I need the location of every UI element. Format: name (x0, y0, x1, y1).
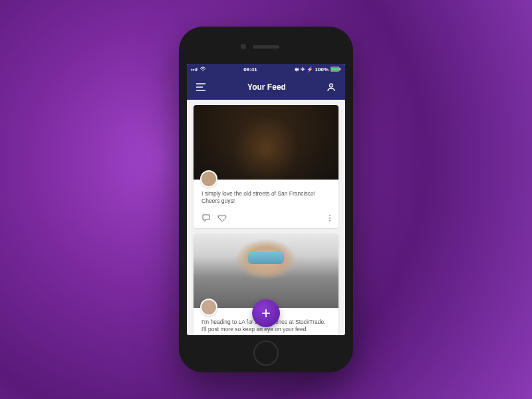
svg-rect-3 (340, 68, 341, 70)
post-image[interactable] (194, 105, 338, 180)
comment-icon[interactable] (201, 213, 211, 223)
compose-fab[interactable]: + (252, 299, 280, 327)
heart-icon[interactable] (217, 213, 227, 223)
phone-frame: ••ıl 09:41 ⊕ ✈ ⚡ 100% Your Feed (179, 27, 353, 372)
signal-indicator: ••ıl (191, 66, 198, 72)
profile-icon[interactable] (327, 82, 336, 92)
home-button[interactable] (253, 340, 279, 366)
svg-rect-2 (331, 68, 338, 70)
post-image[interactable] (194, 233, 338, 308)
app-screen: ••ıl 09:41 ⊕ ✈ ⚡ 100% Your Feed (187, 64, 345, 335)
svg-point-0 (202, 70, 203, 72)
plus-icon: + (261, 304, 271, 323)
phone-speaker (253, 45, 279, 49)
more-icon[interactable] (329, 215, 331, 221)
avatar[interactable] (200, 170, 217, 188)
battery-icon (331, 66, 341, 72)
avatar[interactable] (200, 299, 217, 316)
status-time: 09:41 (243, 66, 257, 72)
wifi-icon (200, 66, 206, 72)
phone-camera (241, 44, 246, 49)
status-bar: ••ıl 09:41 ⊕ ✈ ⚡ 100% (187, 64, 345, 74)
post-card[interactable]: I simply love the old streets of San Fra… (194, 105, 338, 228)
menu-icon[interactable] (196, 83, 207, 91)
page-title: Your Feed (247, 82, 286, 92)
nav-bar: Your Feed (187, 74, 345, 100)
post-text: I simply love the old streets of San Fra… (201, 190, 331, 205)
svg-point-4 (329, 84, 332, 87)
status-indicators: ⊕ ✈ ⚡ 100% (295, 66, 329, 72)
post-actions (194, 211, 338, 228)
